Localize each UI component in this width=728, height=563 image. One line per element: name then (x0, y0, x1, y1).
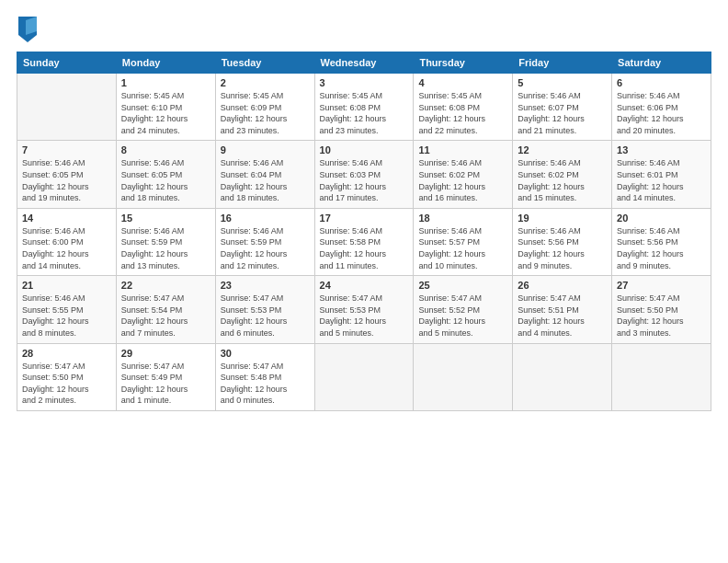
day-number: 21 (22, 280, 111, 291)
day-info: Sunrise: 5:47 AM Sunset: 5:54 PM Dayligh… (121, 293, 210, 339)
day-info: Sunrise: 5:46 AM Sunset: 6:01 PM Dayligh… (617, 157, 706, 203)
day-number: 4 (418, 77, 507, 88)
day-info: Sunrise: 5:47 AM Sunset: 5:52 PM Dayligh… (418, 293, 507, 339)
calendar-day-cell: 28Sunrise: 5:47 AM Sunset: 5:50 PM Dayli… (17, 343, 117, 410)
day-info: Sunrise: 5:45 AM Sunset: 6:08 PM Dayligh… (418, 90, 507, 136)
day-number: 27 (617, 280, 706, 291)
calendar-week-row: 1Sunrise: 5:45 AM Sunset: 6:10 PM Daylig… (17, 74, 711, 141)
day-number: 3 (320, 77, 409, 88)
calendar-day-cell (612, 343, 711, 410)
calendar-weekday-saturday: Saturday (612, 52, 711, 74)
calendar-weekday-wednesday: Wednesday (314, 52, 414, 74)
day-number: 13 (617, 144, 706, 155)
day-info: Sunrise: 5:46 AM Sunset: 5:59 PM Dayligh… (121, 225, 210, 271)
day-number: 17 (320, 213, 409, 224)
logo-icon (18, 17, 37, 42)
day-info: Sunrise: 5:46 AM Sunset: 6:05 PM Dayligh… (22, 157, 111, 203)
calendar-week-row: 7Sunrise: 5:46 AM Sunset: 6:05 PM Daylig… (17, 141, 711, 208)
calendar-day-cell: 5Sunrise: 5:46 AM Sunset: 6:07 PM Daylig… (513, 74, 612, 141)
day-info: Sunrise: 5:46 AM Sunset: 6:02 PM Dayligh… (518, 157, 607, 203)
day-info: Sunrise: 5:47 AM Sunset: 5:50 PM Dayligh… (617, 293, 706, 339)
calendar-day-cell (414, 343, 513, 410)
calendar-day-cell: 15Sunrise: 5:46 AM Sunset: 5:59 PM Dayli… (116, 208, 215, 275)
day-number: 22 (121, 280, 210, 291)
calendar-day-cell: 9Sunrise: 5:46 AM Sunset: 6:04 PM Daylig… (215, 141, 314, 208)
calendar-day-cell: 21Sunrise: 5:46 AM Sunset: 5:55 PM Dayli… (17, 276, 117, 343)
day-info: Sunrise: 5:47 AM Sunset: 5:49 PM Dayligh… (121, 361, 210, 407)
day-info: Sunrise: 5:47 AM Sunset: 5:53 PM Dayligh… (320, 293, 409, 339)
day-number: 29 (121, 348, 210, 359)
day-info: Sunrise: 5:46 AM Sunset: 5:55 PM Dayligh… (22, 293, 111, 339)
day-number: 10 (320, 144, 409, 155)
calendar-day-cell: 13Sunrise: 5:46 AM Sunset: 6:01 PM Dayli… (612, 141, 711, 208)
calendar-day-cell: 18Sunrise: 5:46 AM Sunset: 5:57 PM Dayli… (414, 208, 513, 275)
day-number: 26 (518, 280, 607, 291)
page: SundayMondayTuesdayWednesdayThursdayFrid… (0, 0, 728, 563)
calendar-day-cell: 22Sunrise: 5:47 AM Sunset: 5:54 PM Dayli… (116, 276, 215, 343)
calendar-table: SundayMondayTuesdayWednesdayThursdayFrid… (17, 52, 711, 411)
calendar-day-cell: 1Sunrise: 5:45 AM Sunset: 6:10 PM Daylig… (116, 74, 215, 141)
day-info: Sunrise: 5:46 AM Sunset: 6:00 PM Dayligh… (22, 225, 111, 271)
calendar-day-cell: 6Sunrise: 5:46 AM Sunset: 6:06 PM Daylig… (612, 74, 711, 141)
day-number: 2 (221, 77, 310, 88)
day-number: 18 (418, 213, 507, 224)
day-number: 30 (221, 348, 310, 359)
calendar-header-row: SundayMondayTuesdayWednesdayThursdayFrid… (17, 52, 711, 74)
calendar-day-cell: 11Sunrise: 5:46 AM Sunset: 6:02 PM Dayli… (414, 141, 513, 208)
calendar-day-cell: 19Sunrise: 5:46 AM Sunset: 5:56 PM Dayli… (513, 208, 612, 275)
calendar-day-cell: 10Sunrise: 5:46 AM Sunset: 6:03 PM Dayli… (314, 141, 414, 208)
calendar-day-cell: 27Sunrise: 5:47 AM Sunset: 5:50 PM Dayli… (612, 276, 711, 343)
day-info: Sunrise: 5:46 AM Sunset: 6:03 PM Dayligh… (320, 157, 409, 203)
day-number: 1 (121, 77, 210, 88)
calendar-day-cell: 29Sunrise: 5:47 AM Sunset: 5:49 PM Dayli… (116, 343, 215, 410)
day-number: 20 (617, 213, 706, 224)
day-number: 5 (518, 77, 607, 88)
day-info: Sunrise: 5:46 AM Sunset: 6:06 PM Dayligh… (617, 90, 706, 136)
day-info: Sunrise: 5:46 AM Sunset: 6:07 PM Dayligh… (518, 90, 607, 136)
calendar-week-row: 21Sunrise: 5:46 AM Sunset: 5:55 PM Dayli… (17, 276, 711, 343)
calendar-weekday-sunday: Sunday (17, 52, 117, 74)
calendar-week-row: 28Sunrise: 5:47 AM Sunset: 5:50 PM Dayli… (17, 343, 711, 410)
day-number: 12 (518, 144, 607, 155)
day-info: Sunrise: 5:45 AM Sunset: 6:10 PM Dayligh… (121, 90, 210, 136)
day-info: Sunrise: 5:46 AM Sunset: 6:04 PM Dayligh… (221, 157, 310, 203)
day-info: Sunrise: 5:45 AM Sunset: 6:09 PM Dayligh… (221, 90, 310, 136)
calendar-day-cell: 4Sunrise: 5:45 AM Sunset: 6:08 PM Daylig… (414, 74, 513, 141)
calendar-day-cell (513, 343, 612, 410)
calendar-day-cell: 26Sunrise: 5:47 AM Sunset: 5:51 PM Dayli… (513, 276, 612, 343)
day-info: Sunrise: 5:46 AM Sunset: 5:59 PM Dayligh… (221, 225, 310, 271)
day-info: Sunrise: 5:46 AM Sunset: 5:56 PM Dayligh… (617, 225, 706, 271)
day-number: 14 (22, 213, 111, 224)
calendar-day-cell: 7Sunrise: 5:46 AM Sunset: 6:05 PM Daylig… (17, 141, 117, 208)
day-number: 19 (518, 213, 607, 224)
day-info: Sunrise: 5:46 AM Sunset: 6:02 PM Dayligh… (418, 157, 507, 203)
calendar-weekday-thursday: Thursday (414, 52, 513, 74)
calendar-weekday-monday: Monday (116, 52, 215, 74)
day-number: 16 (221, 213, 310, 224)
calendar-week-row: 14Sunrise: 5:46 AM Sunset: 6:00 PM Dayli… (17, 208, 711, 275)
calendar-day-cell: 20Sunrise: 5:46 AM Sunset: 5:56 PM Dayli… (612, 208, 711, 275)
day-info: Sunrise: 5:46 AM Sunset: 5:57 PM Dayligh… (418, 225, 507, 271)
day-info: Sunrise: 5:45 AM Sunset: 6:08 PM Dayligh… (320, 90, 409, 136)
day-info: Sunrise: 5:46 AM Sunset: 5:56 PM Dayligh… (518, 225, 607, 271)
calendar-day-cell (314, 343, 414, 410)
day-number: 15 (121, 213, 210, 224)
logo (17, 17, 37, 42)
calendar-weekday-tuesday: Tuesday (215, 52, 314, 74)
day-number: 9 (221, 144, 310, 155)
day-number: 28 (22, 348, 111, 359)
calendar-day-cell: 8Sunrise: 5:46 AM Sunset: 6:05 PM Daylig… (116, 141, 215, 208)
calendar-day-cell: 3Sunrise: 5:45 AM Sunset: 6:08 PM Daylig… (314, 74, 414, 141)
day-number: 23 (221, 280, 310, 291)
day-number: 25 (418, 280, 507, 291)
day-info: Sunrise: 5:47 AM Sunset: 5:50 PM Dayligh… (22, 361, 111, 407)
day-info: Sunrise: 5:46 AM Sunset: 6:05 PM Dayligh… (121, 157, 210, 203)
day-number: 7 (22, 144, 111, 155)
calendar-day-cell: 23Sunrise: 5:47 AM Sunset: 5:53 PM Dayli… (215, 276, 314, 343)
header (17, 17, 711, 42)
calendar-day-cell: 30Sunrise: 5:47 AM Sunset: 5:48 PM Dayli… (215, 343, 314, 410)
calendar-day-cell: 24Sunrise: 5:47 AM Sunset: 5:53 PM Dayli… (314, 276, 414, 343)
calendar-day-cell: 17Sunrise: 5:46 AM Sunset: 5:58 PM Dayli… (314, 208, 414, 275)
day-info: Sunrise: 5:47 AM Sunset: 5:51 PM Dayligh… (518, 293, 607, 339)
day-number: 8 (121, 144, 210, 155)
